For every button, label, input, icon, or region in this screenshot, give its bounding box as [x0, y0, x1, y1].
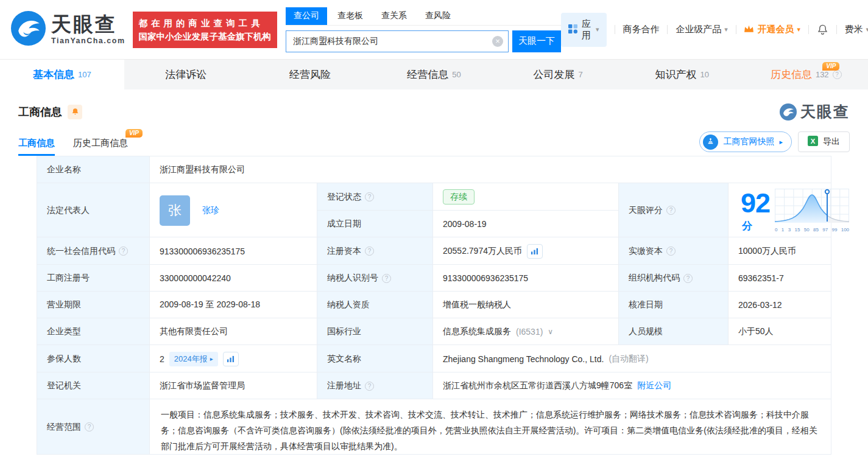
username: 费米: [845, 24, 863, 35]
help-icon[interactable]: ?: [666, 246, 676, 256]
annual-report-badge[interactable]: 2024年报▸: [169, 352, 218, 366]
auto-translate-note: (自动翻译): [609, 354, 648, 365]
label-establish-date: 成立日期: [317, 211, 433, 237]
industry-code: (I6531): [516, 327, 543, 337]
help-icon[interactable]: ?: [365, 382, 374, 391]
value-staff-size: 小于50人: [729, 318, 831, 345]
notification-bell-icon[interactable]: [817, 24, 828, 35]
banner-line1: 都 在 用 的 商 业 查 询 工 具: [139, 16, 272, 30]
search-tab-boss[interactable]: 查老板: [330, 7, 371, 25]
label-paid-capital: 实缴资本?: [619, 237, 729, 265]
apps-grid-icon: [568, 24, 577, 35]
search-tab-relation[interactable]: 查关系: [373, 7, 415, 25]
subtab-business-info[interactable]: 工商信息: [18, 138, 55, 156]
help-icon[interactable]: ?: [382, 274, 391, 283]
help-icon[interactable]: ?: [666, 206, 676, 215]
value-registration-status: 存续: [433, 183, 619, 211]
brand-domain: TianYanCha.com: [51, 37, 125, 45]
insured-chart-icon[interactable]: [223, 352, 239, 366]
promo-banner: 都 在 用 的 商 业 查 询 工 具 国家中小企业发展子基金旗下机构: [133, 12, 278, 48]
business-registration-section: 工商信息 天眼查 工商信息 VIP 历史工商信息 工商官网快照 ▸ X: [0, 89, 868, 455]
value-business-scope: 一般项目：信息系统集成服务；技术服务、技术开发、技术咨询、技术交流、技术转让、技…: [150, 399, 831, 455]
vip-badge: VIP: [125, 129, 143, 138]
monitor-bell-icon[interactable]: [68, 105, 82, 119]
tab-label: 基本信息: [33, 68, 74, 82]
section-title: 工商信息: [18, 105, 62, 119]
label-taxpayer-quality: 纳税人资质: [317, 292, 433, 318]
label-legal-representative: 法定代表人: [37, 183, 150, 237]
tab-legal-litigation[interactable]: 法律诉讼: [124, 60, 249, 89]
clear-search-icon[interactable]: ×: [492, 36, 503, 47]
help-icon[interactable]: ?: [833, 70, 842, 79]
official-snapshot-button[interactable]: 工商官网快照 ▸: [699, 131, 792, 152]
value-registered-capital: 20552.7974万人民币: [433, 237, 619, 265]
tianyancha-logo[interactable]: 天眼查 TianYanCha.com: [11, 11, 125, 48]
help-icon[interactable]: ?: [365, 192, 374, 201]
value-legal-representative: 张 张珍: [150, 183, 317, 237]
subtab-history-business-info[interactable]: VIP 历史工商信息: [73, 138, 128, 156]
value-registered-address: 浙江省杭州市余杭区五常街道西溪八方城9幢706室 附近公司: [433, 372, 831, 399]
value-english-name: Zhejiang Shangmeng Technology Co., Ltd.(…: [433, 345, 831, 372]
help-icon[interactable]: ?: [119, 246, 128, 256]
search-tab-risk[interactable]: 查风险: [417, 7, 459, 25]
value-taxpayer-id: 913300006936235175: [433, 265, 619, 292]
nav-user-menu[interactable]: 费米 ▾: [845, 24, 868, 35]
help-icon[interactable]: ?: [683, 274, 693, 283]
apps-menu-button[interactable]: 应用 ▾: [561, 13, 607, 47]
brand-name: 天眼查: [51, 14, 125, 34]
label-registration-authority: 登记机关: [37, 372, 150, 399]
stamp-icon: [703, 135, 718, 150]
value-taxpayer-quality: 增值税一般纳税人: [433, 292, 619, 318]
tab-operation-risk[interactable]: 经营风险: [248, 60, 372, 89]
chevron-down-icon[interactable]: ∨: [548, 327, 553, 336]
tab-label: 经营风险: [289, 68, 331, 82]
divider: [667, 25, 668, 34]
tab-label: 知识产权: [655, 68, 696, 82]
watermark-text: 天眼查: [800, 102, 850, 122]
nav-open-vip[interactable]: 开通会员 ▾: [744, 24, 800, 35]
tab-business-info[interactable]: 经营信息 50: [372, 60, 496, 89]
score-distribution-chart: 0131550859799100: [775, 189, 849, 232]
search-input[interactable]: [286, 30, 509, 52]
label-registration-number: 工商注册号: [37, 265, 150, 292]
value-paid-capital: 10000万人民币: [729, 237, 831, 265]
nearby-companies-link[interactable]: 附近公司: [637, 380, 671, 391]
tab-label: 经营信息: [407, 68, 448, 82]
caret-down-icon: ▾: [724, 26, 728, 33]
tab-count: 50: [452, 70, 460, 79]
nav-cooperation[interactable]: 商务合作: [623, 24, 659, 35]
tab-label: 公司发展: [533, 68, 574, 82]
search-tab-company[interactable]: 查公司: [286, 7, 327, 25]
label-registration-status: 登记状态?: [317, 183, 433, 211]
tab-company-development[interactable]: 公司发展 7: [496, 60, 620, 89]
search-button[interactable]: 天眼一下: [512, 30, 561, 52]
export-button[interactable]: X 导出: [798, 131, 850, 152]
label-registered-capital: 注册资本?: [317, 237, 433, 265]
nav-enterprise-products[interactable]: 企业级产品 ▾: [676, 24, 728, 35]
value-organization-code: 69362351-7: [729, 265, 831, 292]
arrow-right-icon: ▸: [210, 355, 213, 362]
capital-chart-icon[interactable]: [527, 244, 543, 259]
label-insured-count: 参保人数: [37, 345, 150, 372]
divider: [615, 25, 615, 34]
divider: [736, 25, 736, 34]
label-tianyan-score: 天眼评分?: [619, 183, 729, 237]
help-icon[interactable]: ?: [85, 422, 94, 432]
business-info-table: 企业名称 浙江商盟科技有限公司 法定代表人 张 张珍 登记状态? 存续 成立日期…: [37, 156, 831, 455]
legal-rep-avatar[interactable]: 张: [160, 195, 190, 226]
search-tabs: 查公司 查老板 查关系 查风险: [286, 7, 561, 26]
tab-intellectual-property[interactable]: 知识产权 10: [620, 60, 744, 89]
label-business-term: 营业期限: [37, 292, 150, 318]
apps-label: 应用: [582, 18, 591, 41]
value-tianyan-score: 92分: [729, 183, 831, 237]
tab-basic-info[interactable]: 基本信息 107: [0, 60, 124, 89]
score-number: 92分: [741, 187, 770, 233]
excel-icon: X: [808, 136, 818, 148]
value-registration-number: 330000000042240: [150, 265, 317, 292]
caret-down-icon: ▾: [797, 26, 800, 33]
tab-history-info[interactable]: VIP 历史信息 132 ?: [744, 60, 868, 89]
tab-count: 10: [700, 70, 708, 79]
tianyancha-swirl-icon: [11, 11, 46, 48]
help-icon[interactable]: ?: [365, 246, 374, 256]
legal-rep-link[interactable]: 张珍: [202, 205, 219, 216]
